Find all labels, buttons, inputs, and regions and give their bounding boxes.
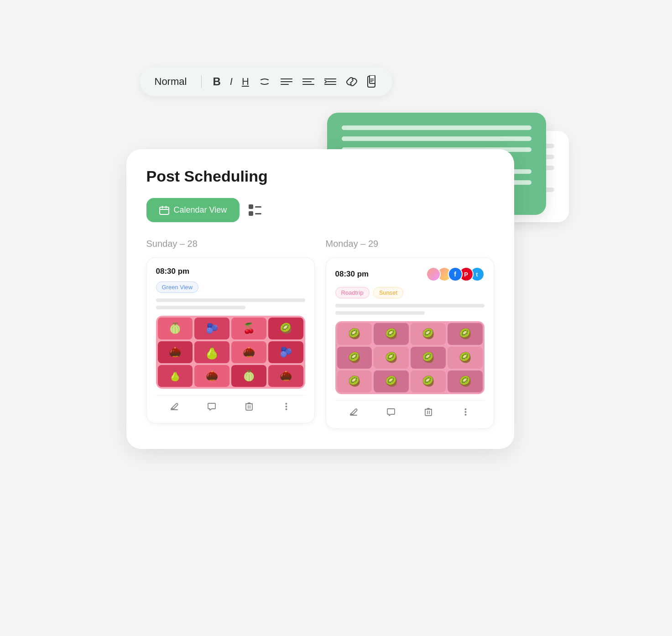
- tag-roadtrip[interactable]: Roadtrip: [335, 287, 370, 298]
- link-icon[interactable]: [346, 76, 358, 88]
- calendar-icon: [159, 206, 169, 215]
- svg-point-24: [286, 406, 287, 407]
- post-time-monday: 08:30 pm: [335, 270, 369, 279]
- tag-sunset[interactable]: Sunset: [373, 287, 403, 298]
- post-header: 08:30 pm: [156, 267, 305, 276]
- kiwi-image: 🥝 🥝 🥝 🥝 🥝 🥝 🥝 🥝 🥝 🥝 🥝 🥝: [335, 321, 484, 394]
- post-card-sunday: 08:30 pm Green View 🍈 🫐: [146, 257, 315, 423]
- svg-rect-27: [425, 409, 432, 416]
- svg-rect-19: [246, 404, 252, 410]
- comment-icon[interactable]: [204, 399, 219, 414]
- post-image-figs: 🍈 🫐 🍒 🥝 🌰 🍐 🌰 🫐 🍐 🌰: [156, 316, 305, 389]
- svg-point-32: [465, 411, 467, 413]
- toolbar-divider: [201, 75, 202, 88]
- svg-point-31: [465, 408, 467, 410]
- post-card-monday: 08:30 pm f P t: [326, 257, 494, 429]
- fig-image: 🍈 🫐 🍒 🥝 🌰 🍐 🌰 🫐 🍐 🌰: [156, 316, 305, 389]
- toolbar-normal-label[interactable]: Normal: [155, 76, 187, 88]
- tags-monday: Roadtrip Sunset: [335, 287, 484, 298]
- more-icon[interactable]: [279, 399, 294, 414]
- align-left-icon[interactable]: [302, 76, 315, 87]
- list-view-button[interactable]: [247, 202, 263, 219]
- strikethrough-icon[interactable]: [258, 75, 271, 88]
- green-line: [342, 136, 531, 141]
- italic-icon[interactable]: I: [230, 77, 233, 87]
- heading-icon[interactable]: H: [242, 77, 249, 87]
- post-line: [156, 306, 245, 309]
- post-actions-sunday: [156, 395, 305, 414]
- more-icon[interactable]: [458, 405, 473, 419]
- delete-icon[interactable]: [421, 405, 436, 419]
- avatar-facebook: f: [448, 267, 463, 282]
- main-card: Post Scheduling Calendar View: [126, 149, 514, 449]
- svg-rect-10: [370, 75, 375, 83]
- post-line: [335, 311, 425, 315]
- tag-green-view[interactable]: Green View: [156, 282, 199, 293]
- day-column-sunday: Sunday – 28 08:30 pm Green View: [146, 239, 315, 429]
- post-lines-monday: [335, 304, 484, 315]
- page-title: Post Scheduling: [146, 167, 494, 185]
- comment-icon[interactable]: [384, 405, 398, 419]
- edit-icon[interactable]: [346, 405, 361, 419]
- svg-point-33: [465, 414, 467, 416]
- edit-icon[interactable]: [167, 399, 182, 414]
- day-column-monday: Monday – 29 08:30 pm f P: [326, 239, 494, 429]
- svg-point-25: [286, 408, 287, 410]
- post-image-kiwis: 🥝 🥝 🥝 🥝 🥝 🥝 🥝 🥝 🥝 🥝 🥝 🥝: [335, 321, 484, 394]
- calendar-view-button[interactable]: Calendar View: [146, 198, 240, 222]
- post-line: [156, 298, 305, 302]
- svg-point-23: [286, 403, 287, 405]
- toolbar-card: Normal B I H: [140, 67, 392, 96]
- post-lines: [156, 298, 305, 309]
- avatar-person1: [426, 267, 441, 282]
- bold-icon[interactable]: B: [213, 76, 220, 87]
- indent-icon[interactable]: [324, 76, 337, 87]
- tags-sunday: Green View: [156, 282, 305, 293]
- list-ordered-icon[interactable]: [280, 76, 293, 87]
- post-line: [335, 304, 484, 308]
- post-time-sunday: 08:30 pm: [156, 267, 190, 276]
- post-header-monday: 08:30 pm f P t: [335, 267, 484, 282]
- svg-rect-14: [160, 207, 169, 214]
- view-controls: Calendar View: [146, 198, 494, 222]
- avatar-group: f P t: [426, 267, 484, 282]
- post-actions-monday: [335, 401, 484, 419]
- day-label-monday: Monday – 29: [326, 239, 494, 249]
- columns-row: Sunday – 28 08:30 pm Green View: [146, 239, 494, 429]
- day-label-sunday: Sunday – 28: [146, 239, 315, 249]
- delete-icon[interactable]: [242, 399, 256, 414]
- document-icon[interactable]: [367, 75, 378, 88]
- scene: Normal B I H: [126, 67, 546, 569]
- green-line: [342, 125, 531, 130]
- calendar-view-label: Calendar View: [174, 205, 227, 215]
